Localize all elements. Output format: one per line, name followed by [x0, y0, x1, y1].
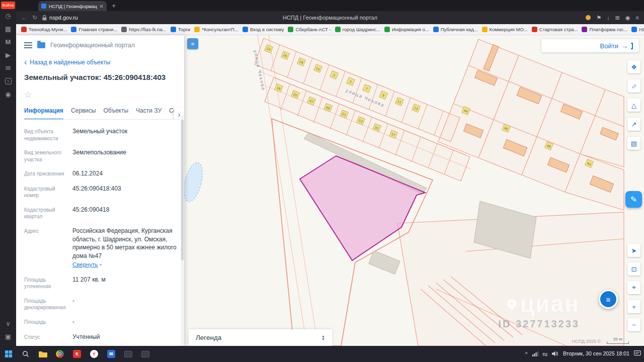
- gmail-icon[interactable]: M: [0, 35, 16, 48]
- bookmark-favicon: [384, 27, 390, 32]
- layers-icon[interactable]: ❖: [627, 60, 640, 73]
- locate-icon[interactable]: ➤: [627, 244, 640, 257]
- scale-bar: 20 m: [607, 337, 629, 344]
- bookmark-item[interactable]: Стартовая стра...: [530, 26, 580, 33]
- bookmark-item[interactable]: город Шадринс...: [333, 26, 382, 33]
- camera-icon[interactable]: ◉: [0, 87, 16, 101]
- tab-close-icon[interactable]: ✕: [100, 4, 104, 9]
- panel-collapse-button[interactable]: «: [187, 38, 198, 49]
- fields-list: Вид объекта недвижимостиЗемельный участо…: [16, 120, 184, 346]
- identify-icon[interactable]: ⌖: [627, 281, 640, 294]
- collapse-address-link[interactable]: Свернуть: [72, 261, 98, 267]
- tab-favicon: [41, 4, 46, 9]
- network-icon[interactable]: [532, 349, 538, 358]
- back-to-results-link[interactable]: ‹ Назад в найденные объекты: [24, 59, 176, 66]
- tab-services[interactable]: Сервисы: [71, 107, 96, 119]
- chat-feedback-button[interactable]: ≡: [599, 290, 618, 309]
- archive-icon[interactable]: ▣: [0, 330, 16, 343]
- map-canvas[interactable]: 24 26 28 1а 3 5 7 9 11 13 18 20 47 49 51…: [184, 35, 644, 346]
- bookmark-flag-icon[interactable]: ⚑: [596, 15, 601, 21]
- panel-tabs: Информация Сервисы Объекты Части ЗУ Сост…: [24, 107, 184, 120]
- bookmark-item[interactable]: https://fias-lk.na...: [119, 26, 168, 33]
- favorite-star-icon[interactable]: ☆: [24, 89, 176, 100]
- volume-icon[interactable]: [552, 349, 558, 358]
- portal-logo-icon: [37, 42, 45, 48]
- lock-icon: [42, 15, 47, 21]
- field-row: Вид объекта недвижимостиЗемельный участо…: [24, 127, 177, 142]
- profile-icon[interactable]: ◉: [625, 15, 630, 21]
- url-box[interactable]: nspd.gov.ru: [42, 15, 78, 21]
- yandex-browser-icon[interactable]: Y: [86, 346, 103, 362]
- legend-expand-icon: ▲▼: [321, 335, 325, 341]
- bookmark-item[interactable]: Коммерция МО...: [480, 26, 530, 33]
- tab-information[interactable]: Информация: [24, 107, 63, 120]
- field-row: Площадь декларированная-: [24, 297, 177, 311]
- zoom-in-button[interactable]: +: [627, 300, 640, 313]
- window-app-icon[interactable]: [137, 346, 154, 362]
- menu-icon[interactable]: ≡: [636, 15, 639, 21]
- portal-title: Геоинформационный портал: [50, 42, 135, 49]
- video-icon[interactable]: ▶: [0, 48, 16, 61]
- bookmark-item[interactable]: Информация о...: [382, 26, 431, 33]
- back-chevron-icon: ‹: [24, 60, 27, 65]
- bookmark-item[interactable]: Платформа гос...: [580, 26, 629, 33]
- bookmark-item[interactable]: Публичная кад...: [431, 26, 480, 33]
- print-icon[interactable]: ▤: [627, 137, 640, 150]
- new-tab-button[interactable]: +: [112, 2, 116, 10]
- cadastral-map[interactable]: 24 26 28 1а 3 5 7 9 11 13 18 20 47 49 51…: [184, 35, 644, 346]
- tab-title: НСПД | Геоинформаци: [49, 4, 97, 9]
- zoom-out-button[interactable]: −: [627, 318, 640, 331]
- mail-app-icon[interactable]: ✉: [103, 346, 120, 362]
- login-door-icon: [631, 43, 633, 49]
- tray-expand-icon[interactable]: ^: [525, 351, 527, 357]
- browser-chrome: НСПД | Геоинформаци ✕ + ← ↻ nspd.gov.ru …: [16, 0, 644, 35]
- draw-tool-icon[interactable]: ✎: [625, 191, 642, 208]
- bookmark-item[interactable]: ТехноКад-Муни...: [19, 26, 69, 33]
- bookmark-favicon: [171, 27, 176, 32]
- notes-icon[interactable]: 1: [0, 74, 16, 87]
- bookmark-item[interactable]: Сбербанк-АСТ -: [286, 26, 333, 33]
- bookmark-item[interactable]: Вход в систему: [240, 26, 286, 33]
- language-indicator[interactable]: ru: [543, 351, 547, 357]
- bookmark-item[interactable]: Главная страни...: [69, 26, 119, 33]
- bookmark-item[interactable]: Торги: [169, 26, 192, 33]
- bookmark-favicon: [194, 27, 200, 32]
- tab-parts[interactable]: Части ЗУ: [136, 107, 162, 119]
- bookmark-favicon: [71, 27, 76, 32]
- panels-icon[interactable]: ▦: [0, 22, 16, 35]
- reload-icon[interactable]: ↻: [32, 14, 37, 21]
- taskbar: К Y ✉ ^ ru Вторник, 30 сен 2025 18:01: [0, 346, 644, 362]
- panel-scrollbar[interactable]: [181, 120, 184, 260]
- tab-objects[interactable]: Объекты: [104, 107, 129, 119]
- back-icon[interactable]: ←: [21, 14, 27, 21]
- share-icon[interactable]: ↗: [627, 118, 640, 131]
- window-app-icon[interactable]: [120, 346, 137, 362]
- bookmark-item[interactable]: НСПД: [629, 26, 644, 33]
- downloads-icon[interactable]: ↓: [607, 15, 610, 21]
- extensions-icon[interactable]: ⊞: [615, 15, 620, 21]
- bookmark-favicon: [121, 27, 127, 32]
- measure-distance-icon[interactable]: ▭: [627, 79, 640, 93]
- search-icon[interactable]: [17, 346, 34, 362]
- messenger-icon[interactable]: ✉: [0, 61, 16, 74]
- history-icon[interactable]: ◷: [0, 9, 16, 22]
- menu-hamburger-icon[interactable]: [24, 42, 32, 48]
- clock[interactable]: Вторник, 30 сен 2025 18:01: [563, 351, 629, 357]
- browser-login-button[interactable]: Войти: [1, 2, 15, 9]
- field-row: СтатусУчтенный: [24, 333, 177, 341]
- measure-area-icon[interactable]: △: [627, 99, 640, 112]
- tab-strip: НСПД | Геоинформаци ✕ +: [16, 0, 644, 11]
- bookmark-item[interactable]: *КонсультантП...: [192, 26, 240, 33]
- bookmark-favicon: [21, 27, 27, 32]
- browser-tab[interactable]: НСПД | Геоинформаци ✕: [38, 1, 107, 11]
- extent-icon[interactable]: ⊡: [627, 262, 640, 276]
- notification-center-icon[interactable]: [634, 349, 641, 358]
- map-login-button[interactable]: Войти →: [541, 39, 639, 52]
- chevron-icon[interactable]: ∨: [0, 317, 16, 330]
- extension-icon[interactable]: [586, 15, 591, 20]
- browser-chrome-icon[interactable]: [51, 346, 68, 362]
- consultant-app-icon[interactable]: К: [68, 346, 86, 362]
- start-button[interactable]: [0, 346, 17, 362]
- legend-toggle[interactable]: Легенда ▲▼: [189, 329, 332, 346]
- file-explorer-icon[interactable]: [34, 346, 51, 362]
